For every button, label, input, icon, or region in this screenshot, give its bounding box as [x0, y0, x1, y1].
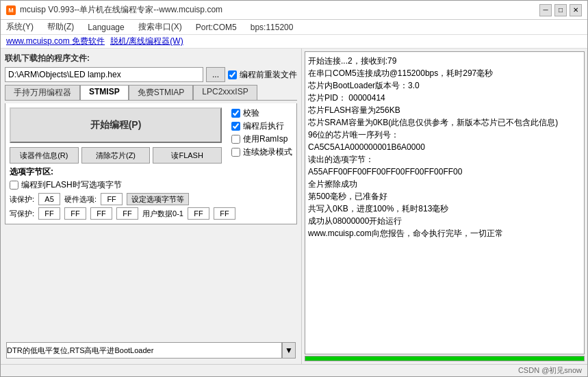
hw-option-input[interactable] — [101, 193, 123, 205]
read-flash-button[interactable]: 读FLASH — [153, 147, 222, 164]
option-bytes-label: 选项字节区: — [10, 166, 292, 178]
continuous-option-row: 连续烧录模式 — [231, 146, 292, 158]
stmisp-panel: 开始编程(P) 读器件信息(R) 清除芯片(Z) 读FLASH 校验 — [5, 103, 297, 224]
log-line: www.mcuisp.com向您报告，命令执行完毕，一切正常 — [308, 227, 581, 239]
verify-option-row: 校验 — [231, 107, 292, 119]
browse-button[interactable]: ... — [206, 67, 225, 82]
menu-port[interactable]: Port:COM5 — [193, 23, 240, 32]
pre-load-checkbox[interactable] — [228, 70, 237, 79]
tab-lpc2xxx[interactable]: LPC2xxxISP — [193, 85, 257, 100]
log-line: A55AFF00FF00FF00FF00FF00FF00FF00 — [308, 166, 581, 178]
pre-load-label: 编程前重装文件 — [240, 69, 297, 81]
maximize-button[interactable]: □ — [554, 4, 567, 16]
main-window: M mcuisp V0.993--单片机在线编程专家--www.mcuisp.c… — [0, 0, 588, 377]
log-line: 96位的芯片唯一序列号： — [308, 129, 581, 141]
log-line: 成功从08000000开始运行 — [308, 215, 581, 227]
log-line: 全片擦除成功 — [308, 178, 581, 190]
start-program-button[interactable]: 开始编程(P) — [10, 107, 222, 143]
log-area: 开始连接...2，接收到:79在串口COM5连接成功@115200bps，耗时2… — [305, 51, 585, 354]
write-protect-input-3[interactable] — [116, 207, 138, 220]
file-section-label: 联机下载拍的程序文件: — [5, 53, 297, 64]
log-line: 共写入0KB，进度100%，耗时813毫秒 — [308, 203, 581, 215]
clear-chip-button[interactable]: 清除芯片(Z) — [81, 147, 151, 164]
exec-after-checkbox[interactable] — [231, 122, 240, 131]
left-panel: 联机下载拍的程序文件: ... 编程前重装文件 手持万用编程器 STMISP 免… — [1, 49, 302, 364]
exec-after-option-row: 编程后执行 — [231, 120, 292, 132]
main-content: 联机下载拍的程序文件: ... 编程前重装文件 手持万用编程器 STMISP 免… — [1, 49, 587, 364]
window-title: mcuisp V0.993--单片机在线编程专家--www.mcuisp.com — [20, 4, 222, 16]
file-path-input[interactable] — [5, 67, 203, 82]
panel-left-col: 开始编程(P) 读器件信息(R) 清除芯片(Z) 读FLASH — [10, 107, 222, 164]
write-protect-row: 写保护: 用户数据0-1 — [10, 207, 292, 220]
continuous-label: 连续烧录模式 — [243, 146, 292, 158]
file-row: ... 编程前重装文件 — [5, 67, 297, 82]
log-line: 芯片SRAM容量为0KB(此信息仅供参考，新版本芯片已不包含此信息) — [308, 116, 581, 129]
user-data-label: 用户数据0-1 — [142, 209, 183, 219]
flash-option-label: 编程到FLASH时写选项字节 — [21, 179, 122, 191]
menu-help[interactable]: 帮助(Z) — [44, 21, 77, 33]
read-device-info-button[interactable]: 读器件信息(R) — [10, 147, 79, 164]
title-bar: M mcuisp V0.993--单片机在线编程专家--www.mcuisp.c… — [1, 1, 587, 20]
tab-free-stmiap[interactable]: 免费STMIAP — [129, 85, 194, 100]
boot-mode-dropdown-button[interactable]: ▼ — [282, 342, 296, 359]
progress-bar-inner — [305, 356, 584, 361]
log-line: 第500毫秒，已准备好 — [308, 190, 581, 203]
app-icon: M — [6, 5, 16, 15]
toolbar-link2[interactable]: 脱机/离线编程器(W) — [110, 36, 183, 47]
title-bar-left: M mcuisp V0.993--单片机在线编程专家--www.mcuisp.c… — [6, 4, 222, 16]
right-panel: 开始连接...2，接收到:79在串口COM5连接成功@115200bps，耗时2… — [302, 49, 587, 364]
exec-after-label: 编程后执行 — [243, 120, 284, 132]
write-protect-input-1[interactable] — [64, 207, 86, 220]
read-protect-input[interactable] — [38, 193, 60, 205]
toolbar-link1[interactable]: www.mcuisp.com 免费软件 — [6, 36, 105, 47]
close-button[interactable]: ✕ — [570, 4, 582, 16]
progress-bar-outer — [305, 356, 585, 361]
bottom-bar: ▼ — [5, 341, 297, 360]
user-data-input-0[interactable] — [188, 207, 209, 220]
log-line: CA5C5A1A000000001B6A0000 — [308, 141, 581, 153]
toolbar: www.mcuisp.com 免费软件 脱机/离线编程器(W) — [1, 35, 587, 49]
options-checkboxes: 校验 编程后执行 使用RamIsp 连续烧录模式 — [231, 107, 292, 164]
log-line: 在串口COM5连接成功@115200bps，耗时297毫秒 — [308, 67, 581, 79]
log-line: 芯片内BootLoader版本号：3.0 — [308, 79, 581, 92]
log-line: 芯片FLASH容量为256KB — [308, 104, 581, 116]
use-ramisp-option-row: 使用RamIsp — [231, 133, 292, 145]
statusbar: CSDN @初见snow — [1, 364, 587, 376]
write-protect-input-2[interactable] — [90, 207, 112, 220]
write-protect-input-0[interactable] — [38, 207, 60, 220]
statusbar-text: CSDN @初见snow — [518, 365, 582, 376]
tabs: 手持万用编程器 STMISP 免费STMIAP LPC2xxxISP — [5, 85, 297, 101]
hw-option-label: 硬件选项: — [64, 194, 97, 205]
log-line: 读出的选项字节： — [308, 153, 581, 166]
option-bytes-section: 选项字节区: 编程到FLASH时写选项字节 读保护: 硬件选项: 设定选项字节等… — [10, 166, 292, 220]
use-ramisp-checkbox[interactable] — [231, 135, 240, 144]
read-protect-row: 读保护: 硬件选项: 设定选项字节等 — [10, 193, 292, 205]
menubar: 系统(Y) 帮助(Z) Language 搜索串口(X) Port:COM5 b… — [1, 20, 587, 35]
action-buttons-row: 读器件信息(R) 清除芯片(Z) 读FLASH — [10, 147, 222, 164]
user-data-input-1[interactable] — [214, 207, 235, 220]
use-ramisp-label: 使用RamIsp — [243, 133, 287, 145]
window-controls: ─ □ ✕ — [539, 4, 582, 16]
minimize-button[interactable]: ─ — [539, 4, 552, 16]
menu-search[interactable]: 搜索串口(X) — [136, 21, 185, 33]
menu-system[interactable]: 系统(Y) — [3, 21, 36, 33]
menu-language[interactable]: Language — [85, 23, 127, 32]
panel-main-row: 开始编程(P) 读器件信息(R) 清除芯片(Z) 读FLASH 校验 — [10, 107, 292, 164]
write-protect-label: 写保护: — [10, 209, 34, 219]
left-spacer — [5, 227, 297, 338]
tab-stmisp[interactable]: STMISP — [80, 85, 129, 100]
log-line: 开始连接...2，接收到:79 — [308, 55, 581, 67]
log-line: 芯片PID： 00000414 — [308, 92, 581, 104]
pre-load-checkbox-row: 编程前重装文件 — [228, 69, 297, 81]
menu-bps[interactable]: bps:115200 — [248, 23, 296, 32]
verify-label: 校验 — [243, 107, 259, 119]
verify-checkbox[interactable] — [231, 109, 240, 118]
continuous-checkbox[interactable] — [231, 148, 240, 157]
tab-handset[interactable]: 手持万用编程器 — [5, 85, 80, 100]
boot-mode-input[interactable] — [6, 342, 282, 359]
flash-option-checkbox-row: 编程到FLASH时写选项字节 — [10, 179, 292, 191]
read-protect-label: 读保护: — [10, 194, 34, 205]
set-option-bytes-button[interactable]: 设定选项字节等 — [127, 193, 189, 205]
flash-option-checkbox[interactable] — [10, 181, 18, 190]
